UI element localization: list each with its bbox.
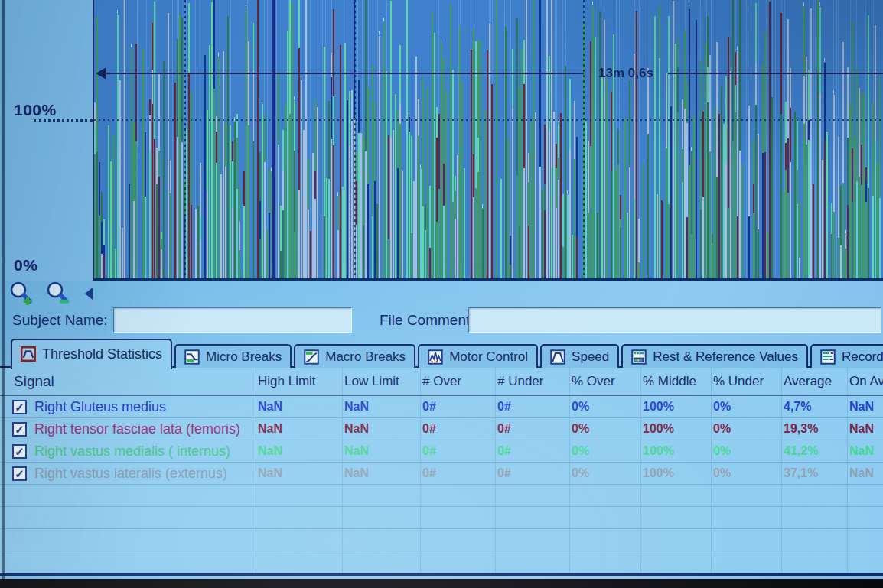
empty-cell [496,507,570,528]
tab-rest-reference[interactable]: Rest & Reference Values [621,344,808,368]
tab-label: Speed [572,349,609,365]
column-header[interactable]: Signal [0,368,256,395]
file-comment-input[interactable] [468,307,881,333]
empty-cell [641,507,712,528]
tab-micro-breaks[interactable]: Micro Breaks [174,344,292,368]
stat-value-cell: NaN [848,396,883,417]
stat-value-cell: 0% [712,418,782,440]
column-header[interactable]: % Under [712,368,782,395]
stat-value-cell: NaN [256,418,343,440]
stat-value-cell: NaN [848,463,883,484]
threshold-statistics-table: SignalHigh LimitLow Limit# Over# Under% … [0,368,883,576]
screen-bezel [0,579,883,588]
stat-value-cell: NaN [343,418,421,440]
stat-value-cell: 0% [712,463,782,484]
empty-cell [343,485,421,506]
signal-checkbox[interactable]: ✓ [12,444,27,459]
empty-cell [343,551,421,573]
empty-cell [848,485,883,506]
stat-value-cell: NaN [848,440,883,462]
empty-cell [712,507,782,528]
y-axis-0-label: 0% [14,256,37,275]
subject-name-input[interactable] [113,307,352,333]
stat-value-cell: 0# [421,418,496,440]
table-row[interactable]: ✓Right vastus medialis ( internus)NaNNaN… [0,440,883,463]
measure-line-left [105,73,584,74]
signal-checkbox[interactable]: ✓ [12,422,27,437]
column-header[interactable]: Low Limit [343,368,421,395]
tab-speed[interactable]: Speed [540,344,619,368]
empty-cell [256,507,343,528]
tab-macro-breaks[interactable]: Macro Breaks [294,344,415,368]
stat-value-cell: 100% [641,396,712,417]
motor-control-icon [428,349,443,365]
measure-line-right [668,73,883,74]
empty-cell [570,529,641,551]
column-header[interactable]: % Middle [641,368,712,395]
empty-cell [641,485,712,506]
stat-value-cell: 0% [712,396,782,417]
tab-label: Threshold Statistics [42,346,162,362]
emg-plot-area[interactable]: 13m 0,6s [93,0,883,281]
stat-value-cell: NaN [343,396,421,417]
emg-signal-bars [94,0,883,279]
empty-cell [782,507,848,528]
signal-name-cell: ✓Right vastus lateralis (externus) [0,463,256,484]
tab-threshold-statistics[interactable]: Threshold Statistics [11,339,172,369]
empty-table-row [0,485,883,507]
tab-label: Micro Breaks [206,349,282,365]
column-header[interactable]: On Aver [848,368,883,395]
stat-value-cell: 100% [641,418,712,440]
zoom-out-icon[interactable] [44,281,72,307]
playback-cursor[interactable] [272,0,275,278]
empty-cell [256,529,343,551]
stat-value-cell: 0# [496,418,570,440]
stat-value-cell: 0% [712,440,782,462]
signal-checkbox[interactable]: ✓ [12,466,27,481]
tab-motor-control[interactable]: Motor Control [418,344,538,368]
file-info-row: Subject Name: File Comment: [0,304,883,338]
recording-info-icon [820,349,836,365]
stat-value-cell: 4,7% [782,396,848,417]
empty-table-row [0,551,883,573]
empty-table-row [0,529,883,551]
tab-label: Motor Control [449,349,528,365]
empty-cell [0,485,256,506]
empty-cell [0,551,256,573]
signal-checkbox[interactable]: ✓ [12,400,27,414]
micro-breaks-icon [184,349,200,365]
stat-value-cell: NaN [848,418,883,440]
empty-cell [421,485,496,506]
empty-cell [496,551,570,573]
stat-value-cell: 100% [641,463,712,484]
macro-breaks-icon [304,349,319,365]
column-header[interactable]: % Over [570,368,641,395]
window-left-edge [2,0,5,588]
scroll-left-icon[interactable] [81,281,96,307]
empty-cell [496,485,570,506]
stat-value-cell: 0% [570,418,641,440]
signal-name-cell: ✓Right vastus medialis ( internus) [0,440,256,462]
signal-name: Right Gluteus medius [34,399,166,415]
tab-recording-info[interactable]: Recording Info [810,344,883,368]
table-row[interactable]: ✓Right tensor fasciae lata (femoris)NaNN… [0,418,883,440]
empty-cell [421,507,496,528]
stat-value-cell: 0# [421,463,496,484]
tab-label: Recording Info [842,349,883,365]
table-row[interactable]: ✓Right vastus lateralis (externus)NaNNaN… [0,463,883,485]
signal-name-cell: ✓Right Gluteus medius [0,396,256,417]
empty-cell [496,529,570,551]
stat-value-cell: 0% [570,396,641,417]
column-header[interactable]: # Over [421,368,496,395]
chart-left-margin [5,0,93,281]
table-row[interactable]: ✓Right Gluteus mediusNaNNaN0#0#0%100%0%4… [0,396,883,418]
rest-reference-icon [631,349,647,365]
column-header[interactable]: # Under [496,368,570,395]
signal-name: Right vastus medialis ( internus) [34,443,230,460]
column-header[interactable]: High Limit [256,368,343,395]
empty-cell [782,529,848,551]
column-header[interactable]: Average [782,368,848,395]
stat-value-cell: 0# [496,440,570,462]
zoom-in-icon[interactable] [8,281,35,307]
empty-cell [343,507,421,528]
